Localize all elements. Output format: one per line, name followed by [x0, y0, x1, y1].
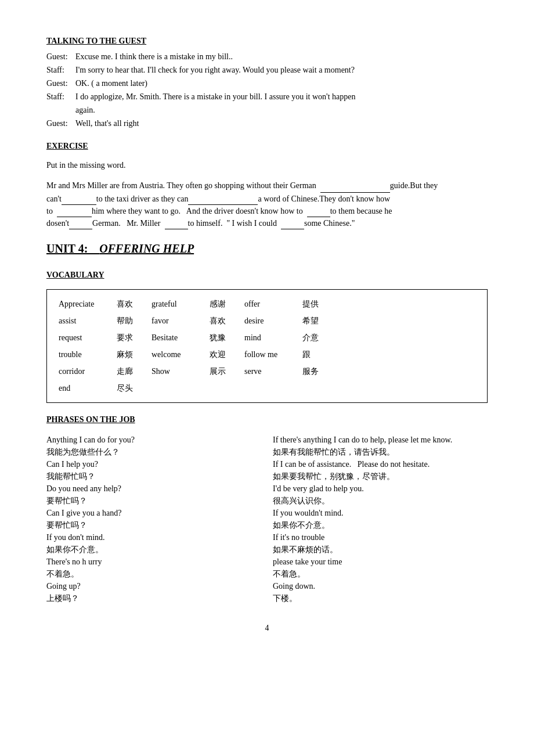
phrase-en: I'd be very glad to help you.: [273, 483, 488, 495]
vocab-cell: welcome: [149, 347, 207, 362]
vocab-grid: Appreciate 喜欢 grateful 感谢 offer 提供 assis…: [56, 297, 478, 395]
phrase-left-3: Do you need any help? 要帮忙吗？: [46, 483, 261, 507]
blank-6: [69, 229, 92, 229]
phrases-grid: Anything I can do for you? 我能为您做些什么？ If …: [46, 434, 488, 604]
dialogue-line-3: Guest: OK. ( a moment later): [46, 77, 488, 89]
vocab-cell: Besitate: [149, 330, 207, 345]
vocab-cell: 喜欢: [114, 297, 149, 311]
vocab-cell: 提供: [300, 297, 335, 311]
phrase-en: Anything I can do for you?: [46, 434, 261, 446]
phrase-zh: 如果你不介意。: [273, 519, 488, 531]
vocab-cell: 跟: [300, 347, 335, 362]
line-content-4: I do applogize, Mr. Smith. There is a mi…: [75, 91, 488, 103]
vocab-cell: offer: [242, 297, 300, 311]
vocab-cell: assist: [56, 314, 114, 328]
phrase-right-7: Going down. 下楼。: [273, 580, 488, 604]
phrase-left-7: Going up? 上楼吗？: [46, 580, 261, 604]
exercise-title: EXERCISE: [46, 140, 488, 152]
dialogue-line-2: Staff: I'm sorry to hear that. I'll chec…: [46, 64, 488, 76]
phrase-zh: 我能为您做些什么？: [46, 446, 261, 458]
role-guest-2: Guest:: [46, 77, 75, 89]
phrase-en: Can I give you a hand?: [46, 507, 261, 519]
dialogue-continuation: again.: [75, 104, 488, 116]
unit4-section: UNIT 4: OFFERING HELP: [46, 240, 488, 257]
vocab-cell: 走廊: [114, 364, 149, 379]
dialogue-line-5: Guest: Well, that's all right: [46, 117, 488, 129]
vocab-cell: 要求: [114, 330, 149, 345]
phrase-right-2: If I can be of assistance. Please do not…: [273, 458, 488, 483]
vocab-cell: serve: [242, 364, 300, 379]
role-staff-2: Staff:: [46, 91, 75, 103]
phrase-en: Can I help you?: [46, 458, 261, 470]
vocab-cell: 感谢: [207, 297, 242, 311]
phrase-en: If there's anything I can do to help, pl…: [273, 434, 488, 446]
unit4-title: UNIT 4: OFFERING HELP: [46, 240, 488, 257]
vocab-cell: 喜欢: [207, 314, 242, 328]
dialogue-line-1: Guest: Excuse me. I think there is a mis…: [46, 51, 488, 63]
vocab-cell: [207, 381, 242, 395]
vocab-cell: grateful: [149, 297, 207, 311]
exercise-para3: to him where they want to go. And the dr…: [46, 205, 488, 217]
blank-7: [165, 229, 188, 229]
vocab-cell: [149, 381, 207, 395]
vocab-cell: corridor: [56, 364, 114, 379]
phrase-en: If it's no trouble: [273, 531, 488, 543]
talking-to-guest-section: TALKING TO THE GUEST Guest: Excuse me. I…: [46, 35, 488, 129]
phrase-left-5: If you don't mind. 如果你不介意。: [46, 531, 261, 556]
phrase-en: please take your time: [273, 556, 488, 568]
vocab-cell: mind: [242, 330, 300, 345]
phrase-left-2: Can I help you? 我能帮忙吗？: [46, 458, 261, 483]
exercise-para2: can'tto the taxi driver as they cana wor…: [46, 193, 488, 205]
phrase-right-4: If you wouldn't mind. 如果你不介意。: [273, 507, 488, 531]
phrase-right-5: If it's no trouble 如果不麻烦的话。: [273, 531, 488, 556]
line-content-5: Well, that's all right: [75, 117, 488, 129]
phrase-en: If you don't mind.: [46, 531, 261, 543]
phrase-right-3: I'd be very glad to help you. 很高兴认识你。: [273, 483, 488, 507]
vocab-cell: 希望: [300, 314, 335, 328]
vocab-cell: 犹豫: [207, 330, 242, 345]
vocabulary-title: VOCABULARY: [46, 269, 488, 281]
line-content-2: I'm sorry to hear that. I'll check for y…: [75, 64, 488, 76]
vocab-cell: [300, 381, 335, 395]
phrase-zh: 不着急。: [273, 568, 488, 580]
dialogue-line-4: Staff: I do applogize, Mr. Smith. There …: [46, 91, 488, 103]
phrases-section: PHRASES ON THE JOB Anything I can do for…: [46, 413, 488, 604]
phrase-en: If I can be of assistance. Please do not…: [273, 458, 488, 470]
unit4-subtitle: OFFERING HELP: [99, 242, 194, 255]
vocab-cell: trouble: [56, 347, 114, 362]
role-guest-3: Guest:: [46, 117, 75, 129]
phrase-zh: 如果你不介意。: [46, 543, 261, 556]
phrase-zh: 下楼。: [273, 592, 488, 604]
phrase-en: If you wouldn't mind.: [273, 507, 488, 519]
phrase-zh: 要帮忙吗？: [46, 519, 261, 531]
phrase-zh: 要帮忙吗？: [46, 495, 261, 507]
exercise-section: EXERCISE Put in the missing word. Mr and…: [46, 140, 488, 229]
phrase-right-6: please take your time 不着急。: [273, 556, 488, 580]
vocab-cell: favor: [149, 314, 207, 328]
phrase-zh: 不着急。: [46, 568, 261, 580]
phrase-en: Going down.: [273, 580, 488, 592]
phrase-zh: 很高兴认识你。: [273, 495, 488, 507]
vocab-cell: end: [56, 381, 114, 395]
phrase-zh: 如果有我能帮忙的话，请告诉我。: [273, 446, 488, 458]
vocab-cell: 介意: [300, 330, 335, 345]
phrase-left-6: There's no h urry 不着急。: [46, 556, 261, 580]
phrase-zh: 如果不麻烦的话。: [273, 543, 488, 556]
vocab-cell: 尽头: [114, 381, 149, 395]
talking-to-guest-title: TALKING TO THE GUEST: [46, 35, 488, 47]
vocab-cell: follow me: [242, 347, 300, 362]
exercise-para1: Mr and Mrs Miller are from Austria. They…: [46, 178, 488, 193]
phrase-en: There's no h urry: [46, 556, 261, 568]
vocab-cell: 帮助: [114, 314, 149, 328]
phrases-title: PHRASES ON THE JOB: [46, 413, 488, 426]
phrase-zh: 如果要我帮忙，别犹豫，尽管讲。: [273, 470, 488, 483]
phrase-zh: 我能帮忙吗？: [46, 470, 261, 483]
vocab-cell: 展示: [207, 364, 242, 379]
vocab-cell: Show: [149, 364, 207, 379]
vocab-cell: 服务: [300, 364, 335, 379]
exercise-instruction: Put in the missing word.: [46, 158, 488, 172]
exercise-para4: dosen'tGerman. Mr. Miller to himself. " …: [46, 217, 488, 229]
line-content-1: Excuse me. I think there is a mistake in…: [75, 51, 488, 63]
phrase-en: Do you need any help?: [46, 483, 261, 495]
vocab-cell: 欢迎: [207, 347, 242, 362]
